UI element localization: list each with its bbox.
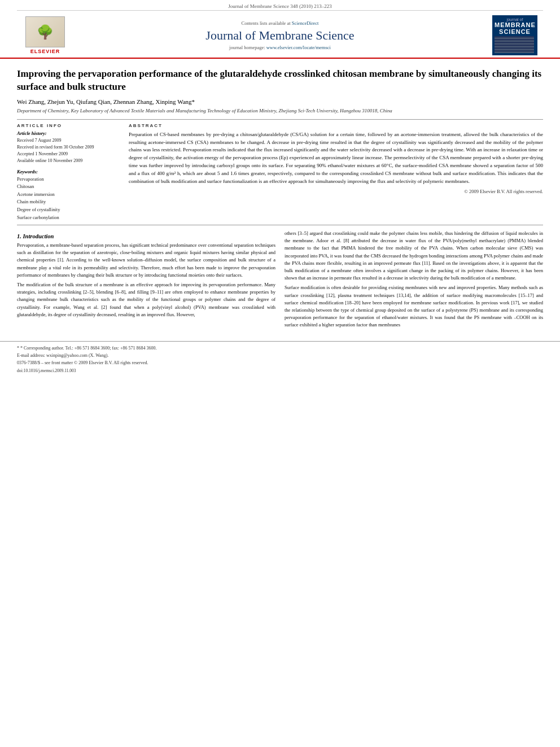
keyword-1: Pervaporation: [17, 176, 119, 184]
article-info-heading: ARTICLE INFO: [17, 123, 119, 128]
article-history: Article history: Received 7 August 2009 …: [17, 130, 119, 164]
keyword-6: Surface carbonylation: [17, 214, 119, 222]
contents-line: Contents lists available at ScienceDirec…: [73, 20, 487, 26]
article-title: Improving the pervaporation performance …: [17, 68, 543, 94]
body-right-col: others [3–5] argued that crosslinking co…: [285, 230, 543, 331]
logo-science-text: SCIENCE: [495, 28, 535, 35]
footer-doi: doi:10.1016/j.memsci.2009.11.003: [17, 368, 543, 373]
article-history-label: Article history:: [17, 130, 119, 136]
received-revised-date: Received in revised form 30 October 2009: [17, 144, 119, 151]
section1-title: 1. Introduction: [17, 233, 275, 239]
abstract-heading: ABSTRACT: [129, 123, 543, 128]
journal-logo-box: journal of MEMBRANE SCIENCE: [492, 15, 537, 55]
section1-number: 1.: [17, 233, 21, 239]
article-info-col: ARTICLE INFO Article history: Received 7…: [17, 123, 119, 222]
sciencedirect-link[interactable]: ScienceDirect: [292, 20, 319, 26]
available-date: Available online 10 November 2009: [17, 158, 119, 164]
logo-membrane-text: MEMBRANE: [495, 21, 535, 28]
body-para-1: Pervaporation, a membrane-based separati…: [17, 242, 275, 279]
article-content: Improving the pervaporation performance …: [0, 59, 560, 337]
page-footer: * * Corresponding author. Tel.: +86 571 …: [0, 341, 560, 375]
divider-top: [17, 119, 543, 120]
keywords-label: Keywords:: [17, 169, 119, 174]
accepted-date: Accepted 1 November 2009: [17, 151, 119, 158]
journal-ref-bar: Journal of Membrane Science 348 (2010) 2…: [17, 0, 543, 11]
journal-header: 🌳 ELSEVIER Contents lists available at S…: [0, 11, 560, 59]
page: Journal of Membrane Science 348 (2010) 2…: [0, 0, 560, 747]
footer-email: E-mail address: wxinping@yahoo.com (X. W…: [17, 352, 543, 360]
elsevier-logo-box: 🌳: [25, 16, 65, 47]
logo-journal-text: journal of: [495, 18, 535, 21]
journal-reference: Journal of Membrane Science 348 (2010) 2…: [228, 3, 331, 9]
journal-url[interactable]: www.elsevier.com/locate/memsci: [266, 45, 331, 50]
footer-corresponding-text: * Corresponding author. Tel.: +86 571 86…: [20, 346, 156, 351]
journal-homepage: journal homepage: www.elsevier.com/locat…: [73, 45, 487, 50]
body-two-col: 1. Introduction Pervaporation, a membran…: [17, 230, 543, 331]
elsevier-label: ELSEVIER: [30, 49, 60, 54]
logo-graphic: [495, 36, 534, 53]
footer-corresponding: * * Corresponding author. Tel.: +86 571 …: [17, 345, 543, 352]
keyword-2: Chitosan: [17, 183, 119, 191]
body-right-para-2: Surface modification is often desirable …: [285, 284, 543, 329]
abstract-col: ABSTRACT Preparation of CS-based membran…: [129, 123, 543, 222]
article-info-abstract-row: ARTICLE INFO Article history: Received 7…: [17, 123, 543, 222]
abstract-text: Preparation of CS-based membranes by pre…: [129, 131, 543, 186]
journal-center: Contents lists available at ScienceDirec…: [73, 20, 487, 50]
article-affiliation: Department of Chemistry, Key Laboratory …: [17, 107, 543, 115]
divider-bottom: [17, 225, 543, 225]
elsevier-tree-icon: 🌳: [37, 24, 54, 40]
footer-issn: 0376-7388/$ – see front matter © 2009 El…: [17, 360, 543, 367]
body-para-2: The modification of the bulk structure o…: [17, 281, 275, 318]
journal-title: Journal of Membrane Science: [73, 28, 487, 43]
keywords-section: Keywords: Pervaporation Chitosan Acetone…: [17, 169, 119, 222]
keyword-4: Chain mobility: [17, 198, 119, 206]
copyright-line: © 2009 Elsevier B.V. All rights reserved…: [129, 189, 543, 194]
article-authors: Wei Zhang, Zhejun Yu, Qiufang Qian, Zhen…: [17, 98, 543, 105]
body-right-para-1: others [3–5] argued that crosslinking co…: [285, 230, 543, 282]
body-left-col: 1. Introduction Pervaporation, a membran…: [17, 230, 275, 331]
keyword-3: Acetone immersion: [17, 191, 119, 199]
section1-title-text: Introduction: [23, 233, 54, 239]
journal-logo-right: journal of MEMBRANE SCIENCE: [487, 15, 543, 55]
elsevier-logo: 🌳 ELSEVIER: [17, 16, 73, 54]
keyword-5: Degree of crystallinity: [17, 206, 119, 214]
received-date: Received 7 August 2009: [17, 137, 119, 144]
